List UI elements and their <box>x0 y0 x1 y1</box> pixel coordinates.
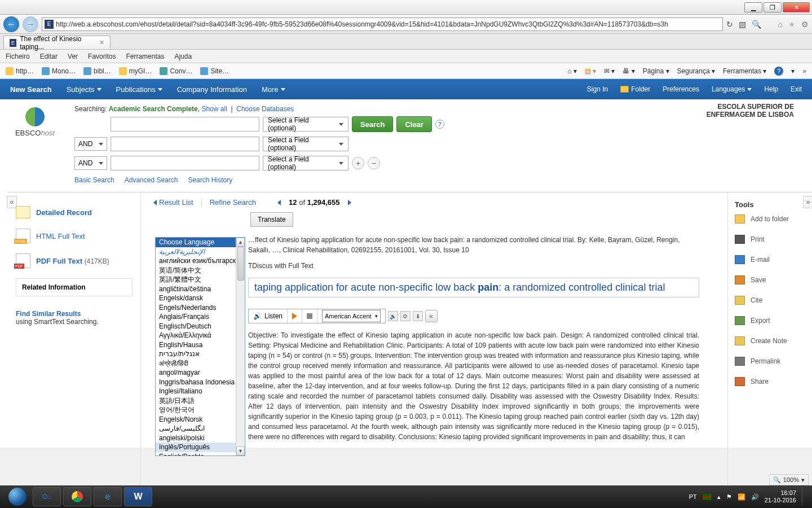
tray-flag2-icon[interactable]: ⚑ <box>726 493 732 501</box>
language-option[interactable]: Choose Language <box>156 238 245 247</box>
settings-icon[interactable]: ⚙ <box>400 311 411 321</box>
nav-sign-in[interactable]: Sign In <box>587 85 608 93</box>
choose-db-link[interactable]: Choose Databases <box>236 105 294 113</box>
scroll-thumb[interactable] <box>237 247 244 281</box>
boolean-select-1[interactable]: AND <box>74 137 107 151</box>
language-option[interactable]: Anglais/Français <box>156 312 245 322</box>
language-option[interactable]: angielski/polski <box>156 433 245 443</box>
nav-subjects[interactable]: Subjects <box>67 85 102 94</box>
taskbar-ie[interactable]: e <box>94 487 122 506</box>
mail-icon[interactable]: ✉ ▾ <box>604 67 615 75</box>
start-button[interactable] <box>5 487 30 507</box>
zoom-caret-icon[interactable]: ▾ <box>801 476 805 484</box>
html-fulltext-link[interactable]: HTML HTML Full Text <box>16 229 133 243</box>
zoom-icon[interactable]: 🔍 <box>773 476 781 484</box>
stop-icon[interactable]: ▧ <box>739 20 746 29</box>
nav-company-info[interactable]: Company Information <box>177 85 247 94</box>
language-option[interactable]: Englisch/Deutsch <box>156 322 245 331</box>
tray-chevron-icon[interactable]: ▴ <box>717 493 721 501</box>
help-icon[interactable]: ? <box>435 120 444 129</box>
search-input-1[interactable] <box>111 117 259 132</box>
print-icon[interactable]: 🖶 ▾ <box>623 67 634 75</box>
advanced-search-link[interactable]: Advanced Search <box>125 176 178 184</box>
nav-more[interactable]: More <box>262 85 285 94</box>
window-restore-button[interactable]: ❐ <box>764 2 782 12</box>
language-option[interactable]: אנגלית/עברית <box>156 349 245 359</box>
address-bar[interactable]: E http://web.a.ebscohost.com/ehost/detai… <box>42 17 723 31</box>
tray-flag-icon[interactable] <box>703 494 712 500</box>
refine-search-link[interactable]: Refine Search <box>210 198 256 207</box>
add-row-button[interactable]: + <box>352 157 364 169</box>
taskbar-outlook[interactable]: O⌂ <box>33 487 61 506</box>
language-option[interactable]: 英語/日本語 <box>156 396 245 406</box>
feeds-icon[interactable]: ▤ ▾ <box>585 67 596 75</box>
collapse-right-button[interactable]: » <box>803 196 812 208</box>
translate-button[interactable]: Translate <box>250 212 293 227</box>
favorites-star-icon[interactable]: ★ <box>788 20 796 29</box>
taskbar-word[interactable]: W <box>124 487 152 506</box>
home-icon[interactable]: ⌂ <box>778 20 783 29</box>
show-desktop-button[interactable] <box>802 488 807 506</box>
result-list-link[interactable]: Result List <box>153 198 193 207</box>
menu-favorites[interactable]: Favoritos <box>88 52 116 60</box>
pdf-fulltext-link[interactable]: PDF PDF Full Text (417KB) <box>16 253 133 268</box>
chevrons-icon[interactable]: » <box>802 67 806 75</box>
language-option[interactable]: angol/magyar <box>156 368 245 378</box>
back-button[interactable]: ← <box>3 16 19 32</box>
language-option[interactable]: 英語/繁體中文 <box>156 275 245 284</box>
field-select-2[interactable]: Select a Field (optional) <box>263 137 348 151</box>
tray-network-icon[interactable]: 📶 <box>738 493 745 501</box>
tool-save[interactable]: Save <box>735 275 805 284</box>
window-minimize-button[interactable]: ▁ <box>744 2 762 12</box>
language-option[interactable]: Αγγλικά/Ελληνικά <box>156 331 245 340</box>
stop-button[interactable] <box>302 309 317 323</box>
search-input-3[interactable] <box>111 156 259 170</box>
gear-icon[interactable]: ⚙ <box>801 20 809 29</box>
ebsco-logo[interactable]: EBSCOhost <box>8 105 62 184</box>
language-option[interactable]: English/Hausa <box>156 340 245 350</box>
language-option[interactable]: الإنجليزية/العربية <box>156 247 245 257</box>
boolean-select-2[interactable]: AND <box>74 156 107 170</box>
fav-link[interactable]: myGI… <box>119 67 152 75</box>
tool-add-folder[interactable]: Add to folder <box>735 214 805 224</box>
tray-lang[interactable]: PT <box>689 493 697 500</box>
security-menu[interactable]: Segurança ▾ <box>677 67 715 75</box>
language-option[interactable]: अंग्रेज़ी/हिंदी <box>156 359 245 369</box>
menu-edit[interactable]: Editar <box>40 52 58 60</box>
volume-icon[interactable]: 🔈 <box>388 311 398 321</box>
tool-print[interactable]: Print <box>735 235 805 244</box>
forward-button[interactable]: → <box>23 16 38 32</box>
menu-help[interactable]: Ajuda <box>174 52 192 60</box>
tools-menu[interactable]: Ferramentas ▾ <box>723 67 766 75</box>
scroll-up-button[interactable]: ▲ <box>236 238 245 247</box>
search-history-link[interactable]: Search History <box>188 176 232 184</box>
fav-link[interactable]: http… <box>6 67 34 75</box>
basic-search-link[interactable]: Basic Search <box>74 176 114 184</box>
prev-result-button[interactable] <box>277 200 281 205</box>
language-option[interactable]: Inglesi/Italiano <box>156 387 245 396</box>
help-icon[interactable]: ? <box>774 67 783 76</box>
home-dropdown-icon[interactable]: ⌂ ▾ <box>567 67 577 75</box>
language-option[interactable]: Inggris/bahasa Indonesia <box>156 378 245 387</box>
zoom-level[interactable]: 100% <box>783 476 799 483</box>
window-close-button[interactable]: ✕ <box>783 2 810 12</box>
search-icon[interactable]: 🔍 <box>752 20 761 29</box>
language-option[interactable]: angličtina/čeština <box>156 284 245 294</box>
tool-email[interactable]: E-mail <box>735 255 805 264</box>
field-select-1[interactable]: Select a Field (optional) <box>263 117 348 132</box>
language-dropdown[interactable]: Choose Languageالإنجليزية/العربيةанглийс… <box>155 237 245 456</box>
nav-exit[interactable]: Exit <box>791 85 802 93</box>
clear-button[interactable]: Clear <box>396 116 432 132</box>
menu-file[interactable]: Ficheiro <box>6 52 30 60</box>
refresh-icon[interactable]: ↻ <box>726 20 733 29</box>
nav-new-search[interactable]: New Search <box>10 85 52 94</box>
accent-select[interactable]: American Accent▾ <box>317 309 385 323</box>
nav-help[interactable]: Help <box>764 85 778 93</box>
search-button[interactable]: Search <box>352 116 393 132</box>
language-option[interactable]: Engelsk/dansk <box>156 294 245 303</box>
next-result-button[interactable] <box>348 200 351 205</box>
listen-button[interactable]: 🔊Listen <box>249 309 288 323</box>
tool-cite[interactable]: Cite <box>735 296 805 305</box>
collapse-toolbar-button[interactable]: « <box>425 310 438 322</box>
related-info-box[interactable]: Related Information <box>16 278 133 296</box>
